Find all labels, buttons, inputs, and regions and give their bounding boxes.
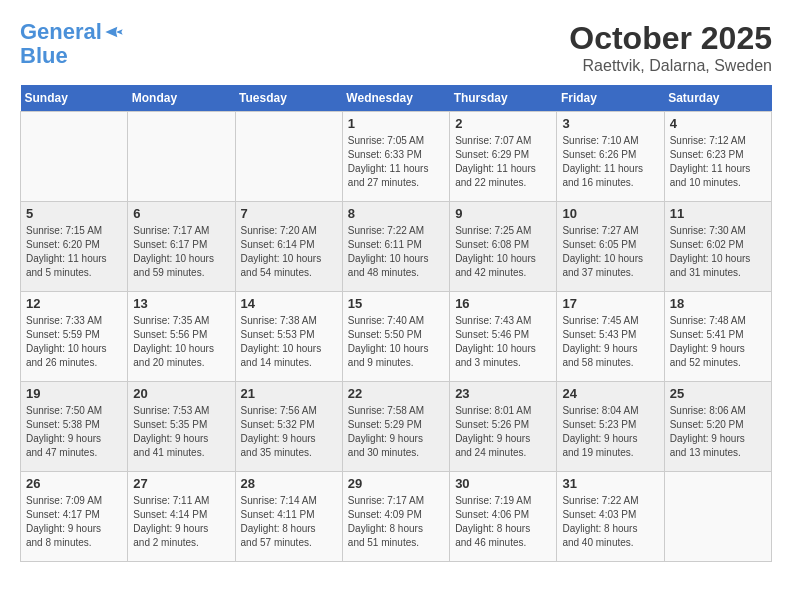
page-header: General Blue October 2025 Raettvik, Dala… (20, 20, 772, 75)
day-number: 26 (26, 476, 122, 491)
day-info: Sunrise: 7:22 AM Sunset: 6:11 PM Dayligh… (348, 224, 444, 280)
weekday-header: Friday (557, 85, 664, 112)
day-number: 23 (455, 386, 551, 401)
day-info: Sunrise: 7:27 AM Sunset: 6:05 PM Dayligh… (562, 224, 658, 280)
day-info: Sunrise: 7:22 AM Sunset: 4:03 PM Dayligh… (562, 494, 658, 550)
day-number: 2 (455, 116, 551, 131)
logo-text: General (20, 20, 102, 44)
calendar-cell: 14Sunrise: 7:38 AM Sunset: 5:53 PM Dayli… (235, 292, 342, 382)
calendar-cell: 10Sunrise: 7:27 AM Sunset: 6:05 PM Dayli… (557, 202, 664, 292)
day-number: 14 (241, 296, 337, 311)
location-subtitle: Raettvik, Dalarna, Sweden (569, 57, 772, 75)
weekday-header: Saturday (664, 85, 771, 112)
day-number: 4 (670, 116, 766, 131)
calendar-cell: 9Sunrise: 7:25 AM Sunset: 6:08 PM Daylig… (450, 202, 557, 292)
calendar-cell: 29Sunrise: 7:17 AM Sunset: 4:09 PM Dayli… (342, 472, 449, 562)
day-info: Sunrise: 7:17 AM Sunset: 4:09 PM Dayligh… (348, 494, 444, 550)
day-number: 20 (133, 386, 229, 401)
day-info: Sunrise: 7:35 AM Sunset: 5:56 PM Dayligh… (133, 314, 229, 370)
day-info: Sunrise: 7:58 AM Sunset: 5:29 PM Dayligh… (348, 404, 444, 460)
day-info: Sunrise: 7:15 AM Sunset: 6:20 PM Dayligh… (26, 224, 122, 280)
day-number: 13 (133, 296, 229, 311)
day-info: Sunrise: 7:19 AM Sunset: 4:06 PM Dayligh… (455, 494, 551, 550)
day-number: 16 (455, 296, 551, 311)
day-info: Sunrise: 7:50 AM Sunset: 5:38 PM Dayligh… (26, 404, 122, 460)
weekday-header: Tuesday (235, 85, 342, 112)
day-info: Sunrise: 7:17 AM Sunset: 6:17 PM Dayligh… (133, 224, 229, 280)
calendar-cell (21, 112, 128, 202)
month-title: October 2025 (569, 20, 772, 57)
weekday-header: Thursday (450, 85, 557, 112)
calendar-week-row: 1Sunrise: 7:05 AM Sunset: 6:33 PM Daylig… (21, 112, 772, 202)
day-info: Sunrise: 7:12 AM Sunset: 6:23 PM Dayligh… (670, 134, 766, 190)
day-number: 8 (348, 206, 444, 221)
calendar-cell: 3Sunrise: 7:10 AM Sunset: 6:26 PM Daylig… (557, 112, 664, 202)
day-number: 30 (455, 476, 551, 491)
day-number: 3 (562, 116, 658, 131)
weekday-header: Wednesday (342, 85, 449, 112)
logo-line2: Blue (20, 44, 124, 68)
day-info: Sunrise: 7:05 AM Sunset: 6:33 PM Dayligh… (348, 134, 444, 190)
calendar-cell: 15Sunrise: 7:40 AM Sunset: 5:50 PM Dayli… (342, 292, 449, 382)
day-number: 28 (241, 476, 337, 491)
day-number: 29 (348, 476, 444, 491)
calendar-cell: 25Sunrise: 8:06 AM Sunset: 5:20 PM Dayli… (664, 382, 771, 472)
day-number: 27 (133, 476, 229, 491)
calendar-week-row: 19Sunrise: 7:50 AM Sunset: 5:38 PM Dayli… (21, 382, 772, 472)
day-info: Sunrise: 8:01 AM Sunset: 5:26 PM Dayligh… (455, 404, 551, 460)
calendar-week-row: 26Sunrise: 7:09 AM Sunset: 4:17 PM Dayli… (21, 472, 772, 562)
calendar-cell: 30Sunrise: 7:19 AM Sunset: 4:06 PM Dayli… (450, 472, 557, 562)
day-info: Sunrise: 7:40 AM Sunset: 5:50 PM Dayligh… (348, 314, 444, 370)
day-info: Sunrise: 7:10 AM Sunset: 6:26 PM Dayligh… (562, 134, 658, 190)
day-number: 19 (26, 386, 122, 401)
day-number: 9 (455, 206, 551, 221)
calendar-cell: 12Sunrise: 7:33 AM Sunset: 5:59 PM Dayli… (21, 292, 128, 382)
day-info: Sunrise: 7:30 AM Sunset: 6:02 PM Dayligh… (670, 224, 766, 280)
calendar-cell: 11Sunrise: 7:30 AM Sunset: 6:02 PM Dayli… (664, 202, 771, 292)
day-info: Sunrise: 7:14 AM Sunset: 4:11 PM Dayligh… (241, 494, 337, 550)
day-info: Sunrise: 7:56 AM Sunset: 5:32 PM Dayligh… (241, 404, 337, 460)
calendar-cell: 31Sunrise: 7:22 AM Sunset: 4:03 PM Dayli… (557, 472, 664, 562)
calendar-cell: 2Sunrise: 7:07 AM Sunset: 6:29 PM Daylig… (450, 112, 557, 202)
day-number: 15 (348, 296, 444, 311)
day-number: 5 (26, 206, 122, 221)
day-info: Sunrise: 7:43 AM Sunset: 5:46 PM Dayligh… (455, 314, 551, 370)
day-number: 21 (241, 386, 337, 401)
calendar-cell: 4Sunrise: 7:12 AM Sunset: 6:23 PM Daylig… (664, 112, 771, 202)
day-number: 25 (670, 386, 766, 401)
calendar-cell: 16Sunrise: 7:43 AM Sunset: 5:46 PM Dayli… (450, 292, 557, 382)
day-info: Sunrise: 7:48 AM Sunset: 5:41 PM Dayligh… (670, 314, 766, 370)
calendar-cell: 6Sunrise: 7:17 AM Sunset: 6:17 PM Daylig… (128, 202, 235, 292)
calendar-cell: 8Sunrise: 7:22 AM Sunset: 6:11 PM Daylig… (342, 202, 449, 292)
calendar-cell: 23Sunrise: 8:01 AM Sunset: 5:26 PM Dayli… (450, 382, 557, 472)
calendar-cell: 20Sunrise: 7:53 AM Sunset: 5:35 PM Dayli… (128, 382, 235, 472)
calendar-cell: 27Sunrise: 7:11 AM Sunset: 4:14 PM Dayli… (128, 472, 235, 562)
weekday-header: Sunday (21, 85, 128, 112)
calendar-cell: 1Sunrise: 7:05 AM Sunset: 6:33 PM Daylig… (342, 112, 449, 202)
calendar-cell: 24Sunrise: 8:04 AM Sunset: 5:23 PM Dayli… (557, 382, 664, 472)
calendar-cell: 5Sunrise: 7:15 AM Sunset: 6:20 PM Daylig… (21, 202, 128, 292)
day-info: Sunrise: 7:38 AM Sunset: 5:53 PM Dayligh… (241, 314, 337, 370)
title-block: October 2025 Raettvik, Dalarna, Sweden (569, 20, 772, 75)
day-info: Sunrise: 7:09 AM Sunset: 4:17 PM Dayligh… (26, 494, 122, 550)
day-number: 11 (670, 206, 766, 221)
day-number: 7 (241, 206, 337, 221)
calendar-table: SundayMondayTuesdayWednesdayThursdayFrid… (20, 85, 772, 562)
day-number: 22 (348, 386, 444, 401)
calendar-cell: 19Sunrise: 7:50 AM Sunset: 5:38 PM Dayli… (21, 382, 128, 472)
day-number: 31 (562, 476, 658, 491)
day-info: Sunrise: 7:11 AM Sunset: 4:14 PM Dayligh… (133, 494, 229, 550)
day-number: 24 (562, 386, 658, 401)
day-info: Sunrise: 7:20 AM Sunset: 6:14 PM Dayligh… (241, 224, 337, 280)
day-info: Sunrise: 7:53 AM Sunset: 5:35 PM Dayligh… (133, 404, 229, 460)
calendar-cell: 22Sunrise: 7:58 AM Sunset: 5:29 PM Dayli… (342, 382, 449, 472)
logo: General Blue (20, 20, 124, 68)
calendar-cell (128, 112, 235, 202)
weekday-header-row: SundayMondayTuesdayWednesdayThursdayFrid… (21, 85, 772, 112)
calendar-cell: 17Sunrise: 7:45 AM Sunset: 5:43 PM Dayli… (557, 292, 664, 382)
calendar-cell: 26Sunrise: 7:09 AM Sunset: 4:17 PM Dayli… (21, 472, 128, 562)
weekday-header: Monday (128, 85, 235, 112)
day-number: 10 (562, 206, 658, 221)
day-number: 1 (348, 116, 444, 131)
calendar-cell: 18Sunrise: 7:48 AM Sunset: 5:41 PM Dayli… (664, 292, 771, 382)
